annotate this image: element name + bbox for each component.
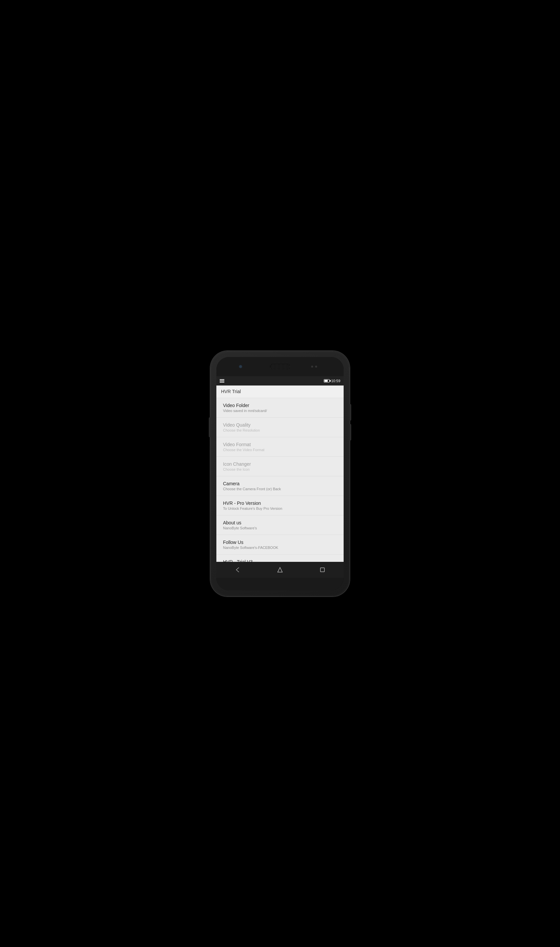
camera-indicator bbox=[311, 366, 317, 368]
speaker-grille bbox=[270, 363, 290, 370]
settings-item-title-hvr-pro: HVR - Pro Version bbox=[223, 500, 337, 506]
indicator-dot-1 bbox=[311, 366, 313, 368]
settings-item-follow-us[interactable]: Follow Us NanoByte Software's-FACEBOOK bbox=[216, 535, 344, 554]
settings-item-title-about-us: About us bbox=[223, 520, 337, 525]
settings-item-title-video-format: Video Format bbox=[223, 442, 337, 447]
settings-item-hvr-pro[interactable]: HVR - Pro Version To Unlock Feature's Bu… bbox=[216, 496, 344, 516]
settings-item-title-icon-changer: Icon Changer bbox=[223, 461, 337, 467]
recent-apps-button[interactable] bbox=[316, 563, 329, 576]
svg-rect-2 bbox=[320, 568, 325, 572]
settings-item-video-format[interactable]: Video Format Choose the Video Format bbox=[216, 437, 344, 457]
settings-item-video-quality[interactable]: Video Quality Choose the Resolution bbox=[216, 418, 344, 437]
settings-item-camera[interactable]: Camera Choose the Camera Front (or) Back bbox=[216, 476, 344, 496]
battery-fill bbox=[325, 380, 328, 382]
settings-item-title-video-folder: Video Folder bbox=[223, 403, 337, 408]
settings-item-subtitle-icon-changer: Choose the Icon bbox=[223, 467, 337, 471]
indicator-dot-2 bbox=[315, 366, 317, 368]
phone-device: 10:59 HVR Trial Video Folder Video saved… bbox=[211, 351, 349, 596]
settings-item-subtitle-hvr-pro: To Unlock Feature's Buy Pro Version bbox=[223, 507, 337, 510]
settings-item-title-camera: Camera bbox=[223, 481, 337, 486]
app-bar: HVR Trial bbox=[216, 385, 344, 398]
settings-item-subtitle-camera: Choose the Camera Front (or) Back bbox=[223, 487, 337, 491]
settings-item-subtitle-video-format: Choose the Video Format bbox=[223, 448, 337, 452]
settings-item-title-hvr-trial: HVR - Trial V3 bbox=[223, 559, 337, 562]
status-left bbox=[220, 379, 224, 382]
settings-item-title-video-quality: Video Quality bbox=[223, 422, 337, 428]
back-nav-button[interactable] bbox=[231, 563, 244, 576]
settings-list: Video Folder Video saved in mnt/sdcard/ … bbox=[216, 398, 344, 562]
top-bezel bbox=[216, 357, 344, 376]
settings-item-subtitle-follow-us: NanoByte Software's-FACEBOOK bbox=[223, 546, 337, 550]
screen: 10:59 HVR Trial Video Folder Video saved… bbox=[216, 376, 344, 578]
settings-item-hvr-trial[interactable]: HVR - Trial V3 Version 3 - 1.0 bbox=[216, 554, 344, 562]
settings-item-subtitle-video-folder: Video saved in mnt/sdcard/ bbox=[223, 409, 337, 413]
volume-up-button[interactable] bbox=[349, 404, 351, 420]
bottom-nav-bar bbox=[216, 562, 344, 578]
phone-screen-container: 10:59 HVR Trial Video Folder Video saved… bbox=[216, 357, 344, 590]
settings-item-subtitle-video-quality: Choose the Resolution bbox=[223, 428, 337, 432]
power-button[interactable] bbox=[209, 417, 211, 437]
settings-item-about-us[interactable]: About us NanoByte Software's bbox=[216, 516, 344, 535]
bottom-bezel bbox=[216, 578, 344, 590]
front-camera bbox=[239, 365, 242, 368]
settings-item-icon-changer[interactable]: Icon Changer Choose the Icon bbox=[216, 457, 344, 476]
status-right: 10:59 bbox=[324, 379, 340, 383]
time-display: 10:59 bbox=[331, 379, 340, 383]
volume-down-button[interactable] bbox=[349, 424, 351, 440]
settings-item-title-follow-us: Follow Us bbox=[223, 540, 337, 545]
svg-marker-0 bbox=[236, 567, 239, 572]
settings-item-subtitle-about-us: NanoByte Software's bbox=[223, 526, 337, 530]
status-bar: 10:59 bbox=[216, 376, 344, 385]
home-nav-button[interactable] bbox=[273, 563, 287, 576]
battery-icon bbox=[324, 379, 330, 382]
app-bar-title: HVR Trial bbox=[221, 389, 241, 394]
svg-marker-1 bbox=[278, 567, 282, 572]
hamburger-menu-icon[interactable] bbox=[220, 379, 224, 382]
settings-item-video-folder[interactable]: Video Folder Video saved in mnt/sdcard/ bbox=[216, 398, 344, 418]
